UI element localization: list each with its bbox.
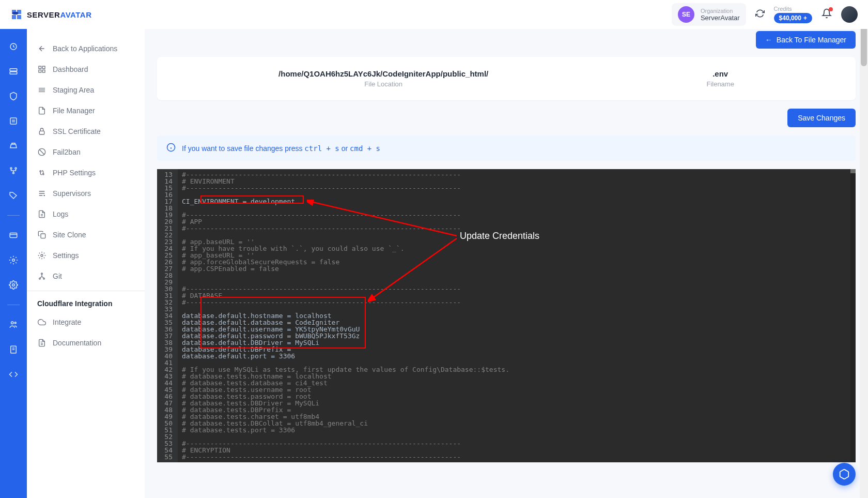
- sidenav-item-logs[interactable]: Logs: [27, 204, 145, 224]
- header: SERVERAVATAR SE Organization ServerAvata…: [0, 0, 868, 29]
- sidenav-item-documentation[interactable]: Documentation: [27, 333, 145, 353]
- svg-point-11: [14, 322, 16, 324]
- svg-rect-16: [39, 70, 41, 72]
- file-info-card: /home/Q1OAH6hz5LAYc6Jk/CodeIgniterApp/pu…: [157, 57, 856, 100]
- svg-point-20: [42, 173, 44, 175]
- credits-box: Credits $40,000 +: [774, 6, 812, 23]
- arrow-left-icon: ←: [765, 36, 772, 44]
- side-nav: Back to Applications DashboardStaging Ar…: [27, 29, 145, 498]
- svg-rect-17: [39, 131, 44, 134]
- credits-label: Credits: [774, 6, 812, 12]
- svg-point-25: [39, 278, 41, 279]
- sidebar-card-icon[interactable]: [8, 230, 19, 240]
- organization-selector[interactable]: SE Organization ServerAvatar: [672, 3, 746, 26]
- info-icon: [166, 143, 176, 154]
- nav-label: Documentation: [53, 339, 101, 347]
- svg-point-6: [13, 172, 14, 174]
- sidebar-team-icon[interactable]: [8, 320, 19, 330]
- sidenav-item-integrate[interactable]: Integrate: [27, 312, 145, 333]
- code-editor[interactable]: 1314151617181920212223242526272829303132…: [157, 169, 856, 462]
- svg-rect-1: [10, 69, 17, 71]
- sidenav-item-ssl-certificate[interactable]: SSL Certificate: [27, 121, 145, 142]
- editor-scrollbar[interactable]: [850, 169, 856, 462]
- arrow-left-icon: [37, 44, 47, 53]
- org-label: Organization: [701, 8, 740, 14]
- sidebar-apps-icon[interactable]: [8, 91, 19, 101]
- sidebar-docs-icon[interactable]: [8, 344, 19, 355]
- refresh-icon[interactable]: [755, 9, 765, 20]
- logo[interactable]: SERVERAVATAR: [10, 8, 91, 21]
- nav-label: Site Clone: [53, 231, 86, 239]
- sidenav-item-supervisors[interactable]: Supervisors: [27, 183, 145, 204]
- code-content[interactable]: Update Credentials #--------------------…: [178, 169, 856, 462]
- sidebar-settings-icon[interactable]: [8, 280, 19, 290]
- nav-icon: [37, 338, 47, 348]
- nav-icon: [37, 106, 47, 115]
- hint-text: If you want to save file changes press c…: [182, 144, 380, 153]
- filename-label: Filename: [706, 80, 734, 88]
- svg-point-19: [40, 171, 41, 172]
- nav-icon: [37, 65, 47, 74]
- svg-point-21: [44, 195, 44, 195]
- nav-label: Logs: [53, 210, 68, 218]
- save-hint: If you want to save file changes press c…: [157, 135, 856, 161]
- user-avatar[interactable]: [841, 6, 858, 23]
- nav-label: Supervisors: [53, 189, 91, 198]
- svg-point-24: [41, 273, 43, 275]
- sidenav-item-fail2ban[interactable]: Fail2ban: [27, 142, 145, 162]
- svg-point-26: [43, 278, 45, 279]
- org-avatar: SE: [678, 6, 694, 23]
- nav-label: Git: [53, 272, 62, 280]
- sidenav-item-dashboard[interactable]: Dashboard: [27, 59, 145, 80]
- sidebar-network-icon[interactable]: [8, 165, 19, 176]
- nav-label: Dashboard: [53, 65, 88, 73]
- logo-icon: [10, 8, 23, 21]
- nav-icon: [37, 168, 47, 177]
- svg-rect-14: [42, 66, 45, 69]
- page-scrollbar[interactable]: [860, 0, 868, 498]
- sidebar-servers-icon[interactable]: [8, 66, 19, 77]
- nav-icon: [37, 251, 47, 260]
- file-location-label: File Location: [278, 80, 488, 88]
- svg-point-10: [11, 322, 14, 324]
- sidebar-storage-icon[interactable]: [8, 141, 19, 151]
- svg-point-8: [12, 259, 15, 262]
- svg-rect-13: [39, 66, 41, 69]
- svg-point-23: [41, 254, 43, 256]
- sidenav-item-git[interactable]: Git: [27, 266, 145, 286]
- sidebar-tag-icon[interactable]: [8, 190, 19, 201]
- sidenav-item-site-clone[interactable]: Site Clone: [27, 224, 145, 245]
- nav-label: File Manager: [53, 107, 95, 115]
- nav-label: SSL Certificate: [53, 127, 101, 135]
- line-gutter: 1314151617181920212223242526272829303132…: [157, 169, 178, 462]
- sidenav-item-php-settings[interactable]: PHP Settings: [27, 162, 145, 183]
- credits-badge[interactable]: $40,000 +: [774, 13, 812, 23]
- nav-icon: [37, 147, 47, 157]
- org-name: ServerAvatar: [701, 14, 740, 22]
- nav-label: Staging Area: [53, 86, 94, 94]
- nav-icon: [37, 271, 47, 281]
- sidebar-gear-icon[interactable]: [8, 255, 19, 265]
- sidenav-item-file-manager[interactable]: File Manager: [27, 100, 145, 121]
- sidenav-item-staging-area[interactable]: Staging Area: [27, 80, 145, 100]
- back-to-file-manager-button[interactable]: ← Back To File Manager: [756, 31, 856, 49]
- sidenav-item-settings[interactable]: Settings: [27, 245, 145, 266]
- nav-label: PHP Settings: [53, 169, 96, 177]
- sidebar-code-icon[interactable]: [8, 369, 19, 380]
- back-button-label: Back To File Manager: [777, 36, 846, 44]
- nav-icon: [37, 209, 47, 219]
- main-content: ← Back To File Manager /home/Q1OAH6hz5LA…: [145, 29, 868, 498]
- help-fab[interactable]: [833, 463, 856, 486]
- notifications-icon[interactable]: [822, 8, 832, 21]
- svg-rect-2: [10, 72, 17, 74]
- svg-rect-3: [10, 118, 17, 124]
- nav-icon: [37, 85, 47, 95]
- filename-value: .env: [706, 69, 734, 78]
- sidebar-dashboard-icon[interactable]: [8, 41, 19, 52]
- nav-icon: [37, 318, 47, 327]
- sidebar-db-icon[interactable]: [8, 116, 19, 126]
- svg-rect-15: [42, 70, 45, 72]
- save-changes-button[interactable]: Save Changes: [787, 109, 856, 127]
- back-to-applications[interactable]: Back to Applications: [27, 38, 145, 59]
- back-label: Back to Applications: [53, 44, 117, 53]
